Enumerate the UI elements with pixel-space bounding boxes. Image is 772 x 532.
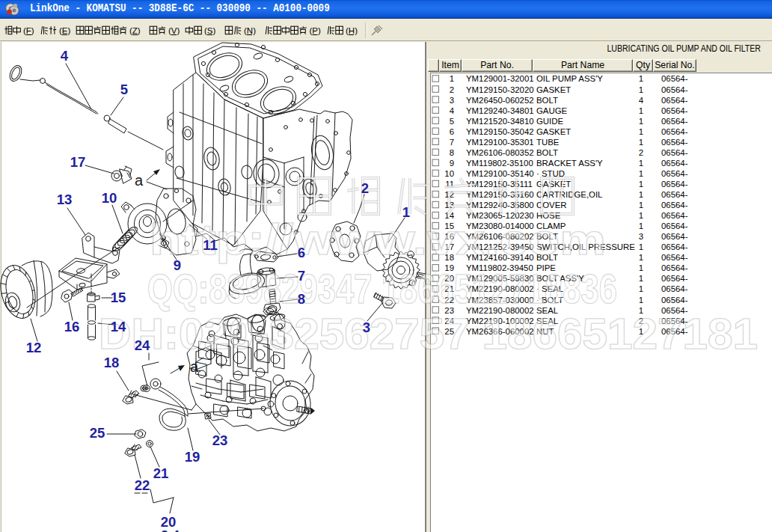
svg-text:20: 20 [161,514,177,530]
svg-text:3: 3 [363,319,370,335]
svg-text:15: 15 [111,290,126,305]
svg-text:10: 10 [102,190,117,206]
svg-text:5: 5 [120,82,128,97]
svg-text:14: 14 [111,319,126,334]
svg-text:1: 1 [402,204,410,220]
svg-text:11: 11 [203,237,218,253]
svg-text:25: 25 [90,425,105,441]
svg-text:7: 7 [298,268,305,284]
svg-text:13: 13 [57,192,73,207]
svg-text:12: 12 [26,340,42,355]
svg-text:2: 2 [361,180,369,196]
svg-text:4: 4 [61,48,69,64]
svg-text:23: 23 [212,432,228,448]
svg-text:24: 24 [135,337,150,353]
svg-text:6: 6 [298,245,305,260]
svg-text:18: 18 [104,355,120,370]
svg-text:8: 8 [298,291,305,307]
svg-text:19: 19 [185,449,200,465]
svg-text:22: 22 [135,477,150,493]
svg-text:16: 16 [64,319,80,334]
svg-text:17: 17 [70,154,86,170]
svg-text:9: 9 [174,257,181,273]
svg-text:21: 21 [153,465,169,481]
